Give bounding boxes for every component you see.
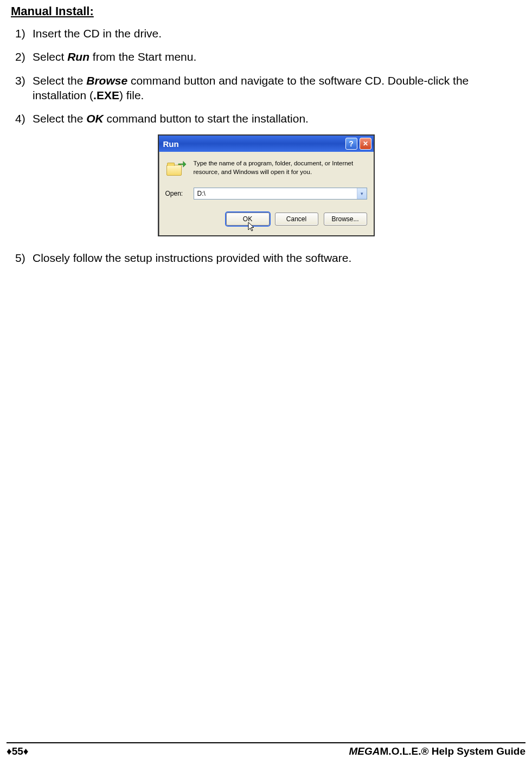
open-row: Open: D:\ (165, 188, 367, 200)
step-number: 1) (15, 26, 25, 41)
browse-button[interactable]: Browse... (324, 213, 367, 226)
list-item: 2) Select Run from the Start menu. (33, 49, 521, 64)
dialog-description-row: Type the name of a program, folder, docu… (165, 159, 367, 179)
section-heading: Manual Install: (11, 4, 521, 18)
close-icon[interactable] (360, 138, 371, 150)
step-text: Select Run from the Start menu. (33, 50, 196, 63)
document-body: Manual Install: 1) Insert the CD in the … (0, 0, 532, 266)
step-text: Select the OK command button to start th… (33, 112, 309, 125)
guide-title: MEGAM.O.L.E.® Help System Guide (349, 745, 525, 757)
run-dialog: Run Type the name of a program, folder, … (158, 134, 375, 236)
step-number: 5) (15, 250, 25, 265)
step-number: 2) (15, 49, 25, 64)
dialog-body: Type the name of a program, folder, docu… (159, 152, 374, 235)
list-item: 4) Select the OK command button to start… (33, 111, 521, 126)
run-dialog-screenshot: Run Type the name of a program, folder, … (11, 134, 521, 236)
cursor-icon (248, 222, 257, 233)
dialog-description: Type the name of a program, folder, docu… (194, 159, 367, 176)
help-icon[interactable] (345, 138, 357, 150)
install-steps-list-cont: 5) Closely follow the setup instructions… (11, 250, 521, 265)
footer-rule (7, 742, 525, 743)
list-item: 3) Select the Browse command button and … (33, 73, 521, 103)
open-combobox[interactable]: D:\ (194, 188, 367, 200)
step-number: 4) (15, 111, 25, 126)
dialog-button-row: OK Cancel Browse... (165, 213, 367, 228)
step-text: Select the Browse command button and nav… (33, 74, 469, 101)
dialog-titlebar[interactable]: Run (159, 136, 374, 152)
page-number: ♦55♦ (7, 745, 29, 757)
ok-button[interactable]: OK (226, 213, 270, 226)
chevron-down-icon[interactable] (357, 188, 367, 199)
cancel-button[interactable]: Cancel (275, 213, 318, 226)
page-footer: ♦55♦ MEGAM.O.L.E.® Help System Guide (0, 742, 532, 757)
step-text: Insert the CD in the drive. (33, 27, 162, 40)
step-text: Closely follow the setup instructions pr… (33, 252, 351, 264)
open-label: Open: (165, 190, 194, 197)
list-item: 5) Closely follow the setup instructions… (33, 250, 521, 265)
step-number: 3) (15, 73, 25, 88)
open-value: D:\ (197, 190, 357, 197)
list-item: 1) Insert the CD in the drive. (33, 26, 521, 41)
footer-row: ♦55♦ MEGAM.O.L.E.® Help System Guide (7, 745, 525, 757)
install-steps-list: 1) Insert the CD in the drive. 2) Select… (11, 26, 521, 126)
run-program-icon (165, 159, 187, 179)
dialog-title: Run (163, 139, 343, 149)
